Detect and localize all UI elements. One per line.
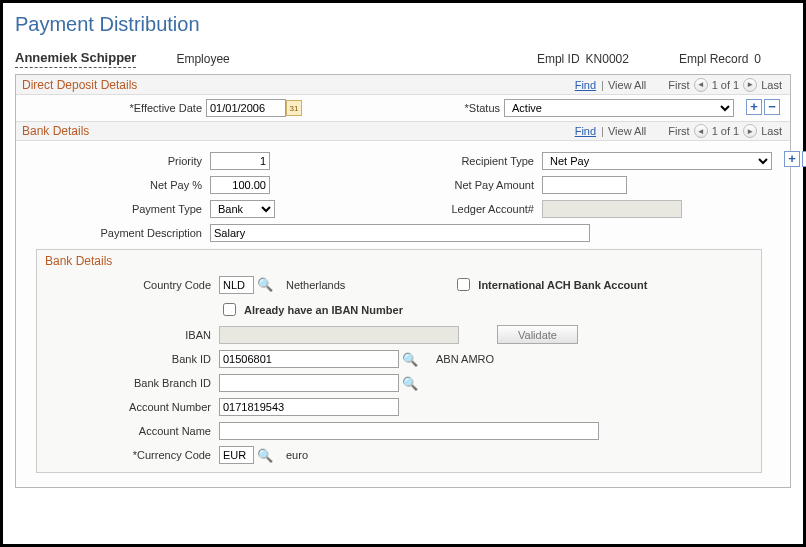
empl-record-label: Empl Record	[679, 52, 748, 66]
lookup-icon[interactable]: 🔍	[258, 278, 272, 292]
netpay-amt-label: Net Pay Amount	[418, 179, 538, 191]
add-bank-row-button[interactable]: +	[784, 151, 800, 167]
empl-id-value: KN0002	[586, 52, 629, 66]
lookup-icon[interactable]: 🔍	[258, 448, 272, 462]
bank-branch-id-input[interactable]	[219, 374, 399, 392]
calendar-icon[interactable]: 31	[286, 100, 302, 116]
add-row-button[interactable]: +	[746, 99, 762, 115]
empl-record-value: 0	[754, 52, 761, 66]
lookup-icon[interactable]: 🔍	[403, 376, 417, 390]
netpay-pct-label: Net Pay %	[26, 179, 206, 191]
status-select[interactable]: Active	[504, 99, 734, 117]
payment-description-input[interactable]	[210, 224, 590, 242]
bank-details-group: Bank Details Country Code 🔍 Netherlands …	[36, 249, 762, 473]
priority-input[interactable]	[210, 152, 270, 170]
ledger-account-input	[542, 200, 682, 218]
bank-id-label: Bank ID	[45, 353, 215, 365]
direct-deposit-section: Direct Deposit Details Find | View All F…	[15, 74, 791, 488]
currency-code-input[interactable]	[219, 446, 254, 464]
find-link[interactable]: Find	[575, 79, 596, 91]
validate-button[interactable]: Validate	[497, 325, 578, 344]
account-number-input[interactable]	[219, 398, 399, 416]
direct-deposit-title: Direct Deposit Details	[22, 78, 137, 92]
bank-details-title: Bank Details	[22, 124, 89, 138]
next-row-button[interactable]: ►	[743, 78, 757, 92]
country-code-label: Country Code	[45, 279, 215, 291]
account-name-label: Account Name	[45, 425, 215, 437]
recipient-type-label: Recipient Type	[418, 155, 538, 167]
ledger-account-label: Ledger Account#	[418, 203, 538, 215]
prev-row-button[interactable]: ◄	[694, 78, 708, 92]
have-iban-checkbox[interactable]	[223, 303, 236, 316]
account-number-label: Account Number	[45, 401, 215, 413]
effective-date-input[interactable]	[206, 99, 286, 117]
country-name: Netherlands	[286, 279, 345, 291]
prev-row-button-bank[interactable]: ◄	[694, 124, 708, 138]
bank-branch-id-label: Bank Branch ID	[45, 377, 215, 389]
status-label: *Status	[444, 102, 504, 114]
employee-header: Annemiek Schipper Employee Empl ID KN000…	[15, 50, 791, 74]
bank-id-input[interactable]	[219, 350, 399, 368]
payment-type-select[interactable]: Bank	[210, 200, 275, 218]
have-iban-label: Already have an IBAN Number	[244, 304, 403, 316]
view-all-link[interactable]: View All	[608, 79, 646, 91]
page-title: Payment Distribution	[15, 13, 791, 36]
lookup-icon[interactable]: 🔍	[403, 352, 417, 366]
netpay-pct-input[interactable]	[210, 176, 270, 194]
priority-label: Priority	[26, 155, 206, 167]
view-all-link-bank[interactable]: View All	[608, 125, 646, 137]
next-row-button-bank[interactable]: ►	[743, 124, 757, 138]
find-link-bank[interactable]: Find	[575, 125, 596, 137]
employee-name: Annemiek Schipper	[15, 50, 136, 68]
delete-row-button[interactable]: −	[764, 99, 780, 115]
employee-type: Employee	[176, 52, 229, 66]
first-label: First	[668, 79, 689, 91]
payment-type-label: Payment Type	[26, 203, 206, 215]
last-label: Last	[761, 79, 782, 91]
delete-bank-row-button[interactable]: −	[802, 151, 806, 167]
payment-description-label: Payment Description	[26, 227, 206, 239]
currency-name: euro	[286, 449, 308, 461]
country-code-input[interactable]	[219, 276, 254, 294]
international-ach-checkbox[interactable]	[457, 278, 470, 291]
recipient-type-select[interactable]: Net Pay	[542, 152, 772, 170]
account-name-input[interactable]	[219, 422, 599, 440]
international-ach-label: International ACH Bank Account	[478, 279, 647, 291]
empl-id-label: Empl ID	[537, 52, 580, 66]
currency-code-label: *Currency Code	[45, 449, 215, 461]
bank-details-inner-title: Bank Details	[37, 250, 761, 272]
row-count: 1 of 1	[712, 79, 740, 91]
iban-label: IBAN	[45, 329, 215, 341]
effective-date-label: *Effective Date	[26, 102, 206, 114]
netpay-amt-input[interactable]	[542, 176, 627, 194]
iban-input	[219, 326, 459, 344]
bank-id-description: ABN AMRO	[436, 353, 494, 365]
